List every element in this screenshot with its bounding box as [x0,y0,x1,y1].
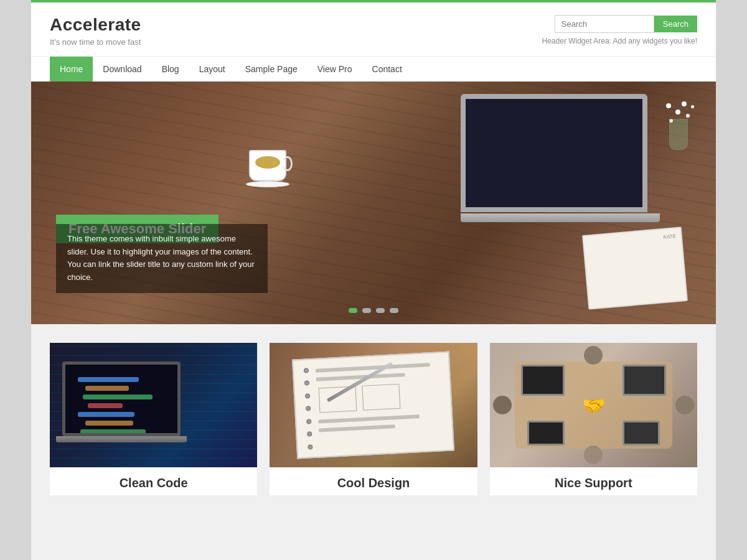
feature-title-cool-design: Cool Design [270,467,477,495]
code-lines [78,377,165,436]
laptop-base [461,213,660,222]
code-laptop-base [56,436,187,442]
main-nav: Home Download Blog Layout Sample Page Vi… [31,56,716,82]
nav-item-layout[interactable]: Layout [189,57,235,82]
feature-cool-design: Cool Design [270,343,477,495]
code-laptop [62,362,187,449]
site-title: Accelerate [50,15,141,35]
search-input[interactable] [555,15,654,33]
slider-dots [349,308,398,313]
feature-title-clean-code: Clean Code [50,467,257,495]
nav-item-contact[interactable]: Contact [362,57,412,82]
header-right: Search Header Widget Area: Add any widge… [542,15,697,45]
nav-item-home[interactable]: Home [50,57,93,82]
people-visual: 🤝 [490,343,697,467]
slider-dot-1[interactable] [349,308,357,313]
hero-slider: KATE Free Awesome Slider This theme come… [31,82,716,324]
cool-design-image [270,343,477,467]
cup-liquid [255,156,280,169]
notebook-spiral [303,360,314,457]
cup-saucer [246,181,289,187]
nav-item-sample-page[interactable]: Sample Page [235,57,308,82]
page-wrapper: Accelerate It's now time to move fast Se… [31,0,716,560]
slider-dot-2[interactable] [362,308,371,313]
feature-clean-code: Clean Code [50,343,257,495]
slider-description: This theme comes with inbuilt simple awe… [56,224,268,293]
feature-grid: Clean Code [50,343,697,495]
nav-item-download[interactable]: Download [93,57,151,82]
tea-cup [243,150,293,200]
site-branding: Accelerate It's now time to move fast [50,15,141,47]
search-button[interactable]: Search [654,16,697,32]
slider-dot-3[interactable] [376,308,385,313]
laptop-screen [461,94,647,212]
site-header: Accelerate It's now time to move fast Se… [31,2,716,56]
laptop-screen-inner [466,99,642,207]
design-notebook [292,351,454,459]
cup-handle [283,156,293,171]
wireframe-lines [316,362,446,437]
code-laptop-screen [62,362,181,436]
feature-title-nice-support: Nice Support [490,467,697,495]
slider-dot-4[interactable] [390,308,398,313]
cup-body [249,150,286,181]
header-widget-text: Header Widget Area: Add any widgets you … [542,37,697,45]
hands-icon: 🤝 [582,394,605,416]
slider-notebook: KATE [582,226,688,309]
flower-decoration [660,100,697,150]
feature-nice-support: 🤝 Nice Support [490,343,697,495]
nav-item-view-pro[interactable]: View Pro [308,57,362,82]
clean-code-image [50,343,257,467]
site-tagline: It's now time to move fast [50,37,141,47]
search-bar: Search [555,15,697,33]
main-content: Clean Code [31,324,716,495]
nav-item-blog[interactable]: Blog [152,57,189,82]
slider-laptop [461,94,660,231]
nice-support-image: 🤝 [490,343,697,467]
